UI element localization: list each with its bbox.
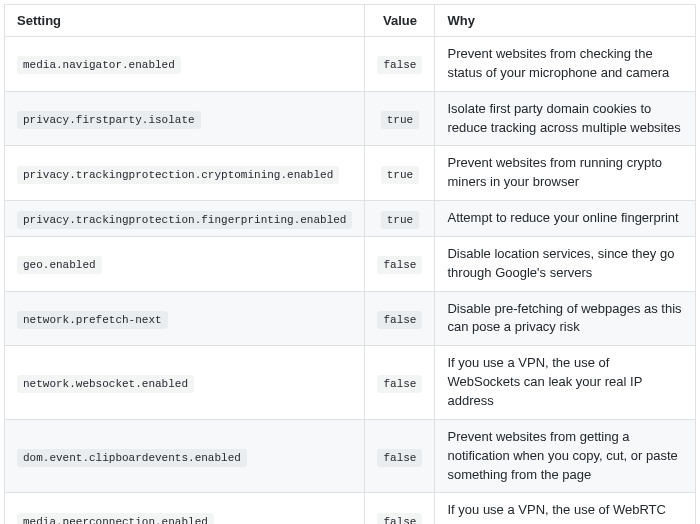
- setting-cell: network.websocket.enabled: [5, 346, 365, 420]
- table-row: media.peerconnection.enabledfalseIf you …: [5, 493, 696, 524]
- value-cell: false: [365, 37, 435, 92]
- why-cell: If you use a VPN, the use of WebRTC can …: [435, 493, 696, 524]
- value-code: true: [381, 111, 419, 129]
- setting-cell: dom.event.clipboardevents.enabled: [5, 419, 365, 493]
- why-cell: If you use a VPN, the use of WebSockets …: [435, 346, 696, 420]
- value-cell: true: [365, 201, 435, 237]
- value-code: false: [377, 449, 422, 467]
- value-code: false: [377, 256, 422, 274]
- setting-cell: geo.enabled: [5, 236, 365, 291]
- value-cell: false: [365, 236, 435, 291]
- table-row: media.navigator.enabledfalsePrevent webs…: [5, 37, 696, 92]
- why-cell: Prevent websites from getting a notifica…: [435, 419, 696, 493]
- value-code: false: [377, 513, 422, 524]
- value-cell: true: [365, 91, 435, 146]
- setting-cell: privacy.firstparty.isolate: [5, 91, 365, 146]
- setting-code: media.peerconnection.enabled: [17, 513, 214, 524]
- table-row: privacy.firstparty.isolatetrueIsolate fi…: [5, 91, 696, 146]
- setting-code: geo.enabled: [17, 256, 102, 274]
- why-cell: Prevent websites from checking the statu…: [435, 37, 696, 92]
- value-cell: false: [365, 291, 435, 346]
- value-cell: false: [365, 493, 435, 524]
- setting-code: network.websocket.enabled: [17, 375, 194, 393]
- setting-cell: media.peerconnection.enabled: [5, 493, 365, 524]
- setting-code: media.navigator.enabled: [17, 56, 181, 74]
- header-why: Why: [435, 5, 696, 37]
- table-row: dom.event.clipboardevents.enabledfalsePr…: [5, 419, 696, 493]
- value-code: true: [381, 166, 419, 184]
- setting-cell: privacy.trackingprotection.cryptomining.…: [5, 146, 365, 201]
- table-row: privacy.trackingprotection.cryptomining.…: [5, 146, 696, 201]
- table-row: network.websocket.enabledfalseIf you use…: [5, 346, 696, 420]
- why-cell: Isolate first party domain cookies to re…: [435, 91, 696, 146]
- value-cell: false: [365, 419, 435, 493]
- value-cell: true: [365, 146, 435, 201]
- table-row: network.prefetch-nextfalseDisable pre-fe…: [5, 291, 696, 346]
- why-cell: Disable location services, since they go…: [435, 236, 696, 291]
- setting-cell: network.prefetch-next: [5, 291, 365, 346]
- setting-code: network.prefetch-next: [17, 311, 168, 329]
- value-code: false: [377, 375, 422, 393]
- why-cell: Disable pre-fetching of webpages as this…: [435, 291, 696, 346]
- setting-cell: media.navigator.enabled: [5, 37, 365, 92]
- table-body: media.navigator.enabledfalsePrevent webs…: [5, 37, 696, 525]
- table-header-row: Setting Value Why: [5, 5, 696, 37]
- table-row: privacy.trackingprotection.fingerprintin…: [5, 201, 696, 237]
- header-setting: Setting: [5, 5, 365, 37]
- why-cell: Prevent websites from running crypto min…: [435, 146, 696, 201]
- value-cell: false: [365, 346, 435, 420]
- value-code: false: [377, 56, 422, 74]
- settings-table: Setting Value Why media.navigator.enable…: [4, 4, 696, 524]
- value-code: false: [377, 311, 422, 329]
- header-value: Value: [365, 5, 435, 37]
- setting-code: privacy.trackingprotection.cryptomining.…: [17, 166, 339, 184]
- setting-code: dom.event.clipboardevents.enabled: [17, 449, 247, 467]
- value-code: true: [381, 211, 419, 229]
- setting-code: privacy.firstparty.isolate: [17, 111, 201, 129]
- table-row: geo.enabledfalseDisable location service…: [5, 236, 696, 291]
- why-cell: Attempt to reduce your online fingerprin…: [435, 201, 696, 237]
- setting-cell: privacy.trackingprotection.fingerprintin…: [5, 201, 365, 237]
- setting-code: privacy.trackingprotection.fingerprintin…: [17, 211, 352, 229]
